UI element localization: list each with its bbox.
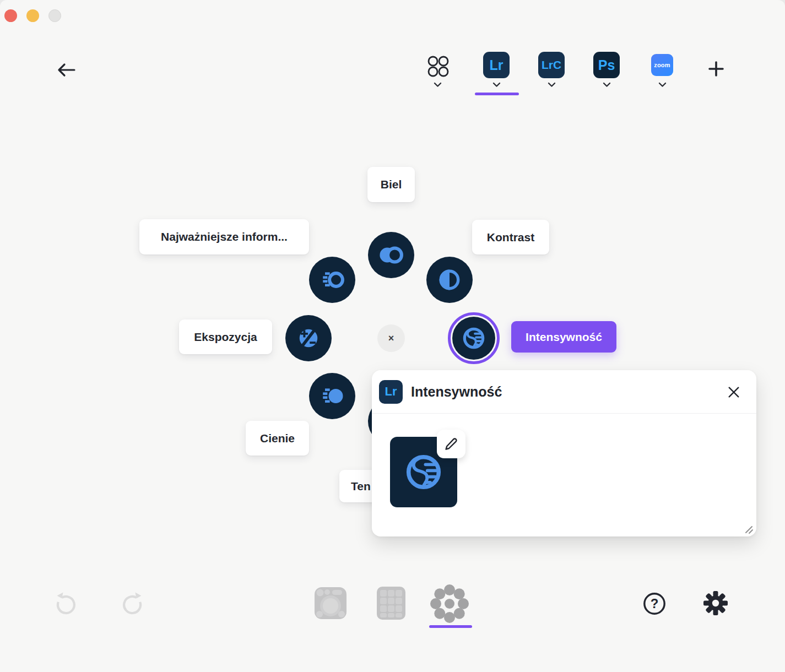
traffic-light-zoom[interactable] [48,9,61,22]
app-tab-photoshop-chevron[interactable] [603,82,611,88]
arrow-left-icon [56,63,76,77]
zoom-badge-label: zoom [654,62,670,68]
radial-item-cienie[interactable] [309,373,355,419]
action-popup: Lr Intensywność [372,370,756,536]
radial-item-ekspozycja[interactable] [285,315,332,361]
app-tab-lightroom[interactable]: Lr [483,52,510,78]
view-mode-selected-underline [429,625,472,628]
keypad-grid-icon [376,586,407,621]
radial-center-remove-button[interactable]: × [377,324,405,352]
label-text: Biel [381,178,402,191]
apps-grid-chevron[interactable] [434,82,442,88]
photoshop-badge-label: Ps [598,57,615,73]
app-tab-zoom[interactable]: zoom [651,54,673,76]
undo-button[interactable] [53,590,79,617]
vibrance-icon [460,324,488,352]
popup-badge-label: Lr [385,384,397,399]
app-window: Lr LrC Ps zoom Biel [0,0,785,672]
plus-icon [707,60,725,78]
contrast-icon [435,265,464,294]
shadows-icon [318,382,347,410]
radial-item-kontrast[interactable] [426,257,473,303]
popup-title: Intensywność [411,384,502,400]
whites-icon [377,241,405,269]
radial-label-kontrast[interactable]: Kontrast [472,220,549,254]
gear-icon [703,590,728,616]
label-text: Cienie [260,432,295,445]
label-text: Ten [351,480,371,493]
popup-lightroom-badge: Lr [379,380,403,404]
app-tab-lightroom-classic-chevron[interactable] [548,82,556,88]
radial-label-cienie[interactable]: Cienie [246,421,309,456]
popup-divider [372,413,756,414]
apps-grid-icon [427,55,449,77]
close-icon [727,386,740,399]
app-tab-zoom-chevron[interactable] [658,82,667,88]
highlights-icon [318,265,347,294]
app-tab-selected-underline [475,93,519,95]
radial-item-najwazniejsze[interactable] [309,257,355,303]
view-mode-device-button[interactable] [312,585,349,621]
pencil-icon [444,437,458,451]
app-tab-photoshop[interactable]: Ps [593,52,620,78]
radial-item-intensywnosc-circle [452,317,495,360]
radial-label-ekspozycja[interactable]: Ekspozycja [179,319,272,354]
popup-resize-handle[interactable] [743,523,754,534]
lightroom-classic-badge-label: LrC [542,58,561,72]
label-text: Kontrast [487,231,534,244]
settings-button[interactable] [703,590,728,616]
radial-label-biel[interactable]: Biel [367,167,415,202]
redo-icon [119,590,145,617]
undo-icon [53,590,79,617]
chevron-down-icon [548,82,556,88]
chevron-down-icon [492,82,501,88]
app-tab-lightroom-classic[interactable]: LrC [538,52,565,78]
back-button[interactable] [56,62,77,78]
radial-dots-icon [430,584,469,624]
label-text: Najważniejsze inform... [161,230,288,243]
radial-label-najwazniejsze[interactable]: Najważniejsze inform... [139,219,309,254]
label-text: Intensywność [526,330,602,344]
help-button[interactable]: ? [642,592,667,616]
exposure-icon [294,324,323,353]
console-device-icon [312,585,349,621]
view-mode-radial-button[interactable] [430,584,469,624]
popup-header: Lr Intensywność [372,370,756,413]
traffic-light-minimize[interactable] [26,9,39,22]
resize-grip-icon [743,523,754,534]
edit-action-button[interactable] [437,430,465,458]
add-app-button[interactable] [707,60,725,78]
app-tab-lightroom-chevron[interactable] [492,82,501,88]
radial-label-intensywnosc-selected[interactable]: Intensywność [511,321,616,353]
question-glyph: ? [651,596,659,611]
popup-close-button[interactable] [727,385,741,399]
traffic-light-close[interactable] [4,9,17,22]
help-icon: ? [642,592,667,616]
radial-item-intensywnosc-selected[interactable] [448,312,500,364]
label-text: Ekspozycja [194,330,257,344]
view-mode-keypad-button[interactable] [376,586,407,621]
radial-item-biel[interactable] [368,232,414,278]
chevron-down-icon [603,82,611,88]
apps-grid-button[interactable] [427,55,449,77]
chevron-down-icon [658,82,667,88]
chevron-down-icon [434,82,442,88]
small-x-icon: × [388,333,394,344]
lightroom-badge-label: Lr [490,57,504,73]
redo-button[interactable] [119,590,145,617]
